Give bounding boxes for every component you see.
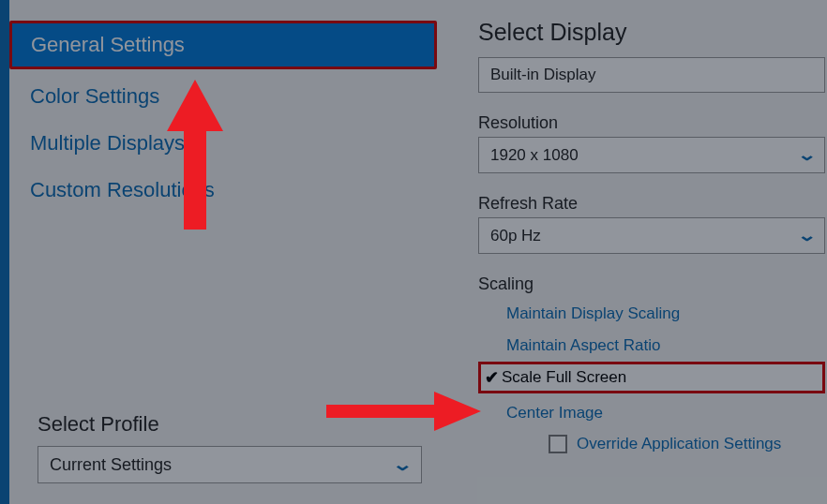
scaling-option-scale-full-screen[interactable]: ✔ Scale Full Screen: [478, 362, 825, 393]
sidebar-item-label: Custom Resolutions: [30, 178, 215, 201]
scaling-option-maintain-display[interactable]: Maintain Display Scaling: [506, 298, 827, 330]
display-value: Built-in Display: [490, 66, 595, 84]
profile-section: Select Profile Current Settings ⌄: [38, 412, 418, 483]
resolution-label: Resolution: [478, 113, 827, 133]
main-panel: Select Display Built-in Display Resoluti…: [437, 0, 827, 504]
override-label: Override Application Settings: [577, 435, 781, 453]
sidebar-item-custom-resolutions[interactable]: Custom Resolutions: [9, 167, 437, 214]
checkmark-icon: ✔: [481, 367, 502, 388]
resolution-value: 1920 x 1080: [490, 146, 579, 165]
display-dropdown[interactable]: Built-in Display: [478, 57, 825, 93]
select-profile-label: Select Profile: [38, 412, 418, 437]
refresh-label: Refresh Rate: [478, 194, 827, 214]
profile-value: Current Settings: [50, 455, 172, 475]
sidebar-item-color-settings[interactable]: Color Settings: [9, 73, 437, 120]
override-app-settings[interactable]: Override Application Settings: [506, 429, 827, 459]
scaling-option-maintain-aspect[interactable]: Maintain Aspect Ratio: [506, 330, 827, 362]
refresh-value: 60p Hz: [490, 227, 541, 245]
profile-dropdown[interactable]: Current Settings ⌄: [38, 446, 422, 483]
chevron-down-icon: ⌄: [797, 226, 817, 245]
scaling-option-center-image[interactable]: Center Image: [506, 397, 827, 429]
scaling-label: Scaling: [478, 274, 827, 294]
select-display-title: Select Display: [478, 19, 827, 46]
chevron-down-icon: ⌄: [392, 454, 414, 475]
sidebar-item-label: Multiple Displays: [30, 131, 185, 155]
resolution-dropdown[interactable]: 1920 x 1080 ⌄: [478, 137, 825, 173]
chevron-down-icon: ⌄: [797, 145, 817, 165]
sidebar: General Settings Color Settings Multiple…: [0, 0, 437, 504]
sidebar-item-label: Color Settings: [30, 84, 159, 108]
sidebar-item-multiple-displays[interactable]: Multiple Displays: [9, 120, 437, 167]
sidebar-item-general-settings[interactable]: General Settings: [9, 21, 437, 69]
checkbox-icon: [549, 435, 567, 453]
refresh-dropdown[interactable]: 60p Hz ⌄: [478, 217, 825, 254]
sidebar-item-label: General Settings: [31, 33, 185, 56]
